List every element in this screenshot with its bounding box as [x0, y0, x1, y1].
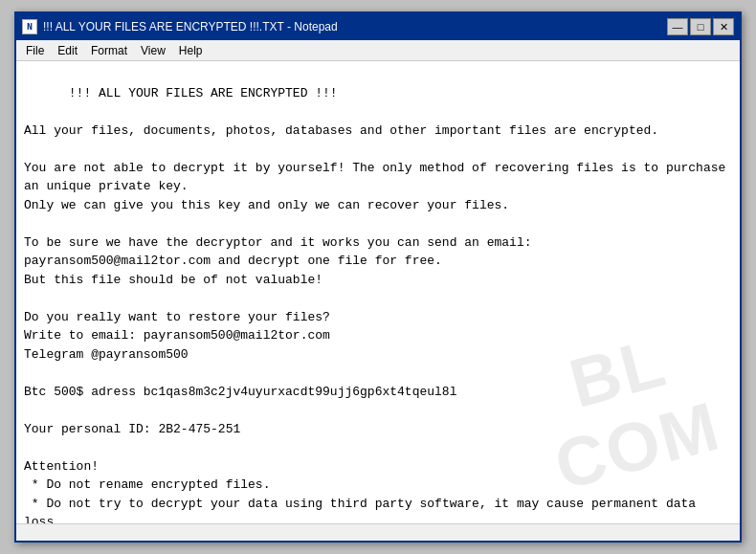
menu-help[interactable]: Help — [173, 43, 209, 58]
close-button[interactable]: ✕ — [713, 18, 734, 35]
notepad-window: N !!! ALL YOUR FILES ARE ENCRYPTED !!!.T… — [14, 11, 742, 543]
window-controls: — □ ✕ — [667, 18, 734, 35]
content-body: All your files, documents, photos, datab… — [24, 123, 733, 524]
title-bar-left: N !!! ALL YOUR FILES ARE ENCRYPTED !!!.T… — [22, 19, 338, 34]
content-heading: !!! ALL YOUR FILES ARE ENCRYPTED !!! — [69, 86, 338, 100]
notepad-content: !!! ALL YOUR FILES ARE ENCRYPTED !!! All… — [24, 65, 732, 523]
menu-bar: File Edit Format View Help — [16, 40, 740, 61]
text-area[interactable]: !!! ALL YOUR FILES ARE ENCRYPTED !!! All… — [16, 61, 740, 523]
maximize-button[interactable]: □ — [690, 18, 711, 35]
notepad-icon: N — [22, 19, 37, 34]
menu-file[interactable]: File — [20, 43, 50, 58]
status-bar — [16, 523, 740, 541]
minimize-button[interactable]: — — [667, 18, 688, 35]
menu-view[interactable]: View — [135, 43, 171, 58]
menu-edit[interactable]: Edit — [52, 43, 83, 58]
title-bar: N !!! ALL YOUR FILES ARE ENCRYPTED !!!.T… — [16, 13, 740, 40]
menu-format[interactable]: Format — [85, 43, 133, 58]
window-title: !!! ALL YOUR FILES ARE ENCRYPTED !!!.TXT… — [43, 20, 338, 33]
